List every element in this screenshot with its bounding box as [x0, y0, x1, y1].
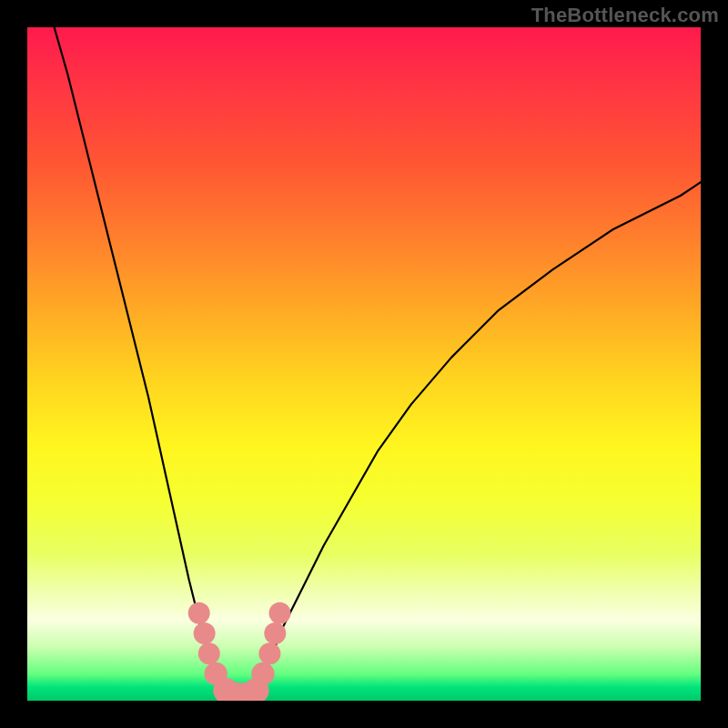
plot-area: [27, 27, 701, 701]
markers-group: [188, 602, 291, 701]
series-left-arm: [55, 27, 223, 701]
curve-marker: [194, 622, 216, 644]
plot-svg: [27, 27, 701, 701]
series-right-arm: [257, 182, 701, 701]
curve-marker: [251, 662, 274, 685]
curve-marker: [188, 602, 210, 624]
curve-marker: [269, 602, 291, 624]
watermark-text: TheBottleneck.com: [531, 4, 719, 27]
chart-stage: TheBottleneck.com: [0, 0, 728, 728]
curve-marker: [264, 622, 286, 644]
curves-group: [55, 27, 701, 701]
curve-marker: [258, 642, 280, 664]
curve-marker: [198, 642, 220, 664]
